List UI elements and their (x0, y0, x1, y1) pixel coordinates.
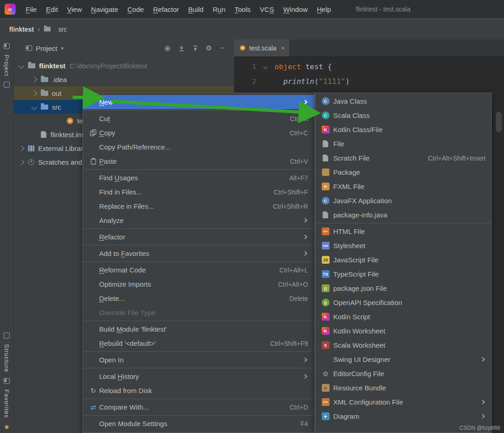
menu-tools[interactable]: Tools (230, 6, 255, 13)
new-submenu-item-stylesheet[interactable]: Stylesheet (315, 239, 491, 253)
menu-refactor[interactable]: Refactor (148, 6, 184, 13)
kotlin-icon (320, 313, 331, 321)
new-submenu-item-html-file[interactable]: HTML File (315, 224, 491, 239)
menu-vcs[interactable]: VCS (255, 6, 279, 13)
menu-separator (315, 223, 491, 223)
menu-edit[interactable]: Edit (41, 6, 62, 13)
context-menu-item-reformat-code[interactable]: Reformat Code Ctrl+Alt+L (83, 263, 314, 277)
context-menu-item-cut[interactable]: Cut Ctrl+X (83, 111, 314, 126)
menu-view[interactable]: View (62, 6, 86, 13)
stripe-favorites-label[interactable]: Favorites (3, 389, 10, 418)
context-menu-item-open-in[interactable]: Open In (83, 353, 314, 367)
context-menu-item-replace-in-files[interactable]: Replace in Files... Ctrl+Shift+R (83, 199, 314, 213)
favorites-star-icon[interactable]: ★ (4, 423, 10, 430)
new-submenu-item-scala-class[interactable]: Scala Class (315, 108, 491, 122)
chevron-right-icon[interactable] (31, 77, 37, 83)
context-menu-item-delete[interactable]: Delete... Delete (83, 291, 314, 305)
new-submenu-item-swing-ui-designer[interactable]: Swing UI Designer (315, 352, 491, 366)
menu-help[interactable]: Help (312, 6, 336, 13)
breadcrumb-separator-icon: › (38, 25, 40, 33)
new-submenu-item-typescript-file[interactable]: TypeScript File (315, 267, 491, 281)
context-menu-item-copy[interactable]: Copy Ctrl+C (83, 126, 314, 140)
new-submenu-item-fxml-file[interactable]: FXML File (315, 179, 491, 194)
context-menu-item-add-to-favorites[interactable]: Add to Favorites (83, 246, 314, 261)
new-submenu-item-editorconfig-file[interactable]: ⚙ EditorConfig File (315, 366, 491, 381)
context-menu-item-open-module-settings[interactable]: Open Module Settings F4 (83, 416, 314, 431)
context-menu-item-compare-with[interactable]: ⇄ Compare With... Ctrl+D (83, 400, 314, 414)
settings-gear-icon[interactable]: ⚙ (204, 44, 214, 52)
menu-code[interactable]: Code (123, 6, 149, 13)
package-json-icon (320, 284, 331, 292)
breadcrumb-src[interactable]: src (58, 26, 67, 33)
new-submenu-item-package-info[interactable]: package-info.java (315, 208, 491, 222)
context-menu-item-refactor[interactable]: Refactor (83, 230, 314, 244)
label: Copy Path/Reference... (99, 143, 171, 151)
context-menu-item-reload-from-disk[interactable]: ↻ Reload from Disk (83, 383, 314, 398)
stripe-project-label[interactable]: Project (3, 55, 10, 76)
close-tab-icon[interactable]: × (281, 44, 285, 52)
label: JavaFX Application (333, 197, 392, 205)
expand-all-icon[interactable] (176, 45, 186, 51)
shortcut: Ctrl+Shift+F (264, 189, 308, 196)
label: Copy (99, 129, 115, 137)
label: Kotlin Script (333, 313, 370, 321)
context-menu-item-override-file-type: Override File Type (83, 305, 314, 320)
new-submenu-item-package[interactable]: Package (315, 165, 491, 179)
menu-run[interactable]: Run (208, 6, 230, 13)
code-area[interactable]: 1 object test { 2 println("1111") (234, 57, 504, 89)
scala-object-icon (240, 45, 246, 51)
fold-icon[interactable] (263, 64, 268, 69)
editor-scrollbar-thumb[interactable] (496, 112, 502, 132)
context-menu-item-optimize-imports[interactable]: Optimize Imports Ctrl+Alt+O (83, 277, 314, 291)
toolwindow-icon[interactable] (4, 82, 10, 88)
chevron-down-icon[interactable] (18, 63, 24, 69)
new-submenu-item-java-class[interactable]: Java Class (315, 94, 491, 108)
context-menu-item-copy-path[interactable]: Copy Path/Reference... (83, 140, 314, 154)
chevron-right-icon[interactable] (18, 159, 24, 165)
chevron-down-icon[interactable] (31, 104, 37, 110)
tab-test-scala[interactable]: test.scala × (234, 39, 289, 56)
chevron-right-icon[interactable] (18, 145, 24, 151)
new-submenu-item-package-json[interactable]: package.json File (315, 281, 491, 295)
context-menu-item-rebuild[interactable]: Rebuild '<default>' Ctrl+Shift+F9 (83, 336, 314, 350)
new-submenu-item-scala-worksheet[interactable]: Scala Worksheet (315, 338, 491, 352)
new-submenu-item-kotlin-class[interactable]: Kotlin Class/File (315, 122, 491, 137)
new-submenu-item-resource-bundle[interactable]: Resource Bundle (315, 381, 491, 395)
project-toolwindow-icon[interactable] (4, 43, 10, 49)
menu-build[interactable]: Build (184, 6, 208, 13)
new-submenu-item-file[interactable]: File (315, 137, 491, 151)
context-menu-item-find-in-files[interactable]: Find in Files... Ctrl+Shift+F (83, 185, 314, 199)
label: Delete... (99, 294, 125, 302)
stripe-structure-label[interactable]: Structure (3, 344, 10, 372)
collapse-all-icon[interactable] (190, 45, 200, 51)
context-menu-item-analyze[interactable]: Analyze (83, 213, 314, 228)
chevron-placeholder (58, 119, 62, 123)
menu-file[interactable]: File (21, 6, 41, 13)
new-submenu-item-javafx-application[interactable]: JavaFX Application (315, 194, 491, 208)
context-menu-item-find-usages[interactable]: Find Usages Alt+F7 (83, 171, 314, 185)
new-submenu-item-kotlin-worksheet[interactable]: Kotlin Worksheet (315, 324, 491, 338)
tree-row-idea[interactable]: .idea (14, 72, 234, 86)
locate-file-icon[interactable]: ⊕ (162, 44, 173, 53)
context-menu-item-paste[interactable]: Paste Ctrl+V (83, 154, 314, 168)
context-menu-item-new[interactable]: New (83, 95, 314, 109)
favorites-toolwindow-icon[interactable] (4, 378, 10, 384)
new-submenu-item-openapi[interactable]: OpenAPI Specification (315, 295, 491, 310)
new-submenu-item-javascript-file[interactable]: JavaScript File (315, 253, 491, 267)
new-submenu-item-scratch-file[interactable]: Scratch File Ctrl+Alt+Shift+Insert (315, 151, 491, 165)
context-menu-item-local-history[interactable]: Local History (83, 369, 314, 383)
hide-panel-icon[interactable]: − (218, 44, 228, 52)
submenu-arrow-icon (481, 414, 485, 419)
new-submenu-item-diagram[interactable]: Diagram (315, 409, 491, 423)
structure-toolwindow-icon[interactable] (4, 333, 10, 339)
new-submenu-item-kotlin-script[interactable]: Kotlin Script (315, 310, 491, 324)
project-view-selector[interactable]: Project (36, 44, 57, 52)
menu-window[interactable]: Window (279, 6, 312, 13)
tree-row-flinktest[interactable]: flinktest C:\doc\myProject\flinktest (14, 59, 234, 72)
chevron-right-icon[interactable] (31, 90, 37, 96)
new-submenu-item-xml-configuration-file[interactable]: XML Configuration File (315, 395, 491, 409)
breadcrumb-project[interactable]: flinktest (9, 26, 34, 33)
context-menu-item-build-module[interactable]: Build Module 'flinktest' (83, 322, 314, 336)
shortcut: Ctrl+C (280, 129, 308, 137)
menu-navigate[interactable]: Navigate (86, 6, 123, 13)
